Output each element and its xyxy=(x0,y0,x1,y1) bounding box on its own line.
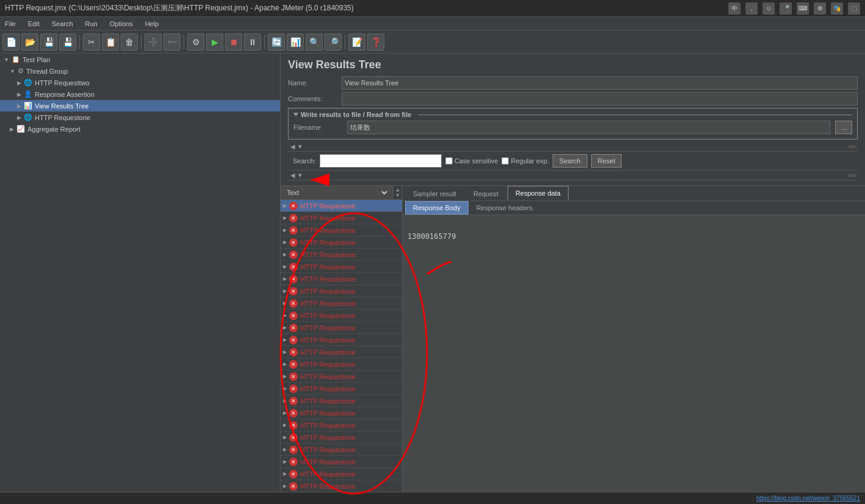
result-row[interactable]: ▶✕HTTP Requestone xyxy=(281,224,402,236)
tree-item-assertion[interactable]: ▶ 👤 Response Assertion xyxy=(0,88,280,100)
ime-punct[interactable]: ， xyxy=(745,2,758,15)
toolbar-delete[interactable]: 🗑 xyxy=(121,34,138,51)
result-item-label: HTTP Requestone xyxy=(300,349,356,356)
result-row[interactable]: ▶✕HTTP Requestone xyxy=(281,419,402,431)
toolbar-copy[interactable]: 📋 xyxy=(102,34,119,51)
vrt-title: View Results Tree xyxy=(288,59,858,71)
result-row[interactable]: ▶✕HTTP Requestone xyxy=(281,200,402,212)
filename-row: Filename ... xyxy=(293,121,852,134)
tab-sampler-result[interactable]: Sampler result xyxy=(405,186,464,201)
reset-button[interactable]: Reset xyxy=(591,154,622,168)
filename-input[interactable] xyxy=(347,121,830,134)
result-row[interactable]: ▶✕HTTP Requestone xyxy=(281,261,402,273)
toolbar-cut[interactable]: ✂ xyxy=(83,34,100,51)
menu-options[interactable]: Options xyxy=(107,19,135,29)
result-row[interactable]: ▶✕HTTP Requestone xyxy=(281,395,402,407)
menu-search[interactable]: Search xyxy=(49,19,76,29)
result-row[interactable]: ▶✕HTTP Requestone xyxy=(281,358,402,371)
toolbar-help[interactable]: ❓ xyxy=(367,34,384,51)
toolbar-pause[interactable]: ⏸ xyxy=(244,34,261,51)
menu-edit[interactable]: Edit xyxy=(26,19,42,29)
toolbar-search-tool[interactable]: 🔍 xyxy=(306,34,323,51)
result-row[interactable]: ▶✕HTTP Requestone xyxy=(281,480,402,492)
toolbar-new[interactable]: 📄 xyxy=(2,34,20,51)
tab-request[interactable]: Request xyxy=(465,186,506,201)
toolbar-search2[interactable]: 🔎 xyxy=(325,34,342,51)
ime-extra1[interactable]: 🎭 xyxy=(831,2,843,15)
tree-label-aggregate: Aggregate Report xyxy=(27,126,81,133)
toolbar-refresh[interactable]: 🔄 xyxy=(268,34,285,51)
menu-file[interactable]: File xyxy=(2,19,18,29)
result-row-arrow: ▶ xyxy=(283,337,287,343)
toolbar-settings[interactable]: ⚙ xyxy=(187,34,204,51)
tab-response-data[interactable]: Response data xyxy=(508,186,569,201)
result-row[interactable]: ▶✕HTTP Requestone xyxy=(281,322,402,334)
result-row[interactable]: ▶✕HTTP Requestone xyxy=(281,371,402,383)
name-input[interactable] xyxy=(342,76,858,90)
result-row[interactable]: ▶✕HTTP Requestone xyxy=(281,297,402,310)
tree-icon-viewresults: 📊 xyxy=(24,102,32,110)
response-text-content: 13000165779 xyxy=(405,218,863,243)
result-row-arrow: ▶ xyxy=(283,203,287,208)
result-row[interactable]: ▶✕HTTP Requestone xyxy=(281,273,402,285)
error-icon: ✕ xyxy=(289,238,298,247)
ime-extra2[interactable]: ⬚ xyxy=(848,2,860,15)
search-input[interactable] xyxy=(320,154,442,168)
result-row[interactable]: ▶✕HTTP Requestone xyxy=(281,456,402,468)
list-sort-arrows[interactable]: ▲ ▼ xyxy=(393,187,402,198)
result-row[interactable]: ▶✕HTTP Requestone xyxy=(281,236,402,249)
result-item-label: HTTP Requestone xyxy=(300,373,356,380)
tree-item-httptwo[interactable]: ▶ 🌐 HTTP Requesttwo xyxy=(0,77,280,88)
result-row[interactable]: ▶✕HTTP Requestone xyxy=(281,212,402,224)
ime-keyboard[interactable]: ⌨ xyxy=(797,2,809,15)
sub-tab-response-body[interactable]: Response Body xyxy=(405,201,468,215)
results-list-header-text: Text HTML JSON XML xyxy=(281,186,393,199)
result-row[interactable]: ▶✕HTTP Requestone xyxy=(281,444,402,456)
case-sensitive-checkbox[interactable] xyxy=(445,157,453,165)
result-row[interactable]: ▶✕HTTP Requestone xyxy=(281,346,402,358)
comments-input[interactable] xyxy=(342,92,858,105)
regular-exp-checkbox[interactable] xyxy=(501,157,509,165)
ime-settings[interactable]: ⚙ xyxy=(814,2,826,15)
result-row[interactable]: ▶✕HTTP Requestone xyxy=(281,468,402,480)
bottom-url[interactable]: https://blog.csdn.net/weixin_37565521 xyxy=(756,495,860,502)
tree-item-threadgroup[interactable]: ▼ ⚙ Thread Group xyxy=(0,65,280,77)
result-row[interactable]: ▶✕HTTP Requestone xyxy=(281,285,402,297)
sub-tab-response-headers[interactable]: Response headers xyxy=(468,201,540,215)
ime-chinese[interactable]: 中 xyxy=(728,2,741,15)
toolbar-save[interactable]: 💾 xyxy=(40,34,57,51)
toolbar-chart[interactable]: 📊 xyxy=(287,34,304,51)
result-row[interactable]: ▶✕HTTP Requestone xyxy=(281,383,402,395)
result-row[interactable]: ▶✕HTTP Requestone xyxy=(281,431,402,444)
browse-btn[interactable]: ... xyxy=(835,121,852,134)
toolbar-saveas[interactable]: 💾 xyxy=(59,34,76,51)
menu-bar: File Edit Search Run Options Help xyxy=(0,17,865,30)
result-row[interactable]: ▶✕HTTP Requestone xyxy=(281,310,402,322)
toolbar-run[interactable]: ▶ xyxy=(206,34,223,51)
result-row[interactable]: ▶✕HTTP Requestone xyxy=(281,407,402,419)
regular-exp-text: Regular exp. xyxy=(511,157,548,165)
tree-item-viewresults[interactable]: ▶ 📊 View Results Tree xyxy=(0,100,280,112)
scroll-left-btn[interactable]: ◀ ▼ xyxy=(290,143,303,150)
ime-emoji[interactable]: ☺ xyxy=(763,2,775,15)
result-row[interactable]: ▶✕HTTP Requestone xyxy=(281,334,402,346)
toolbar-script[interactable]: 📝 xyxy=(348,34,365,51)
result-row[interactable]: ▶✕HTTP Requestone xyxy=(281,249,402,261)
toolbar-sep5 xyxy=(345,35,345,49)
toolbar-stop[interactable]: ⏹ xyxy=(225,34,242,51)
search-button[interactable]: Search xyxy=(553,154,587,168)
result-item-label: HTTP Requestone xyxy=(300,336,356,344)
menu-help[interactable]: Help xyxy=(143,19,162,29)
tree-item-httpreq[interactable]: ▶ 🌐 HTTP Requestone xyxy=(0,112,280,123)
tree-item-testplan[interactable]: ▼ 📋 Test Plan xyxy=(0,54,280,65)
toolbar-sep2 xyxy=(141,35,142,49)
scroll-left-btn2[interactable]: ◀ ▼ xyxy=(290,172,303,179)
toolbar-add[interactable]: ➕ xyxy=(145,34,162,51)
ime-mic[interactable]: 🎤 xyxy=(780,2,792,15)
toolbar-open[interactable]: 📂 xyxy=(21,34,38,51)
menu-run[interactable]: Run xyxy=(83,19,100,29)
toolbar-remove[interactable]: ➖ xyxy=(163,34,181,51)
response-data-value: 13000165779 xyxy=(407,232,860,241)
text-dropdown[interactable]: Text HTML JSON XML xyxy=(284,188,389,197)
tree-item-aggregate[interactable]: ▶ 📈 Aggregate Report xyxy=(0,123,280,135)
